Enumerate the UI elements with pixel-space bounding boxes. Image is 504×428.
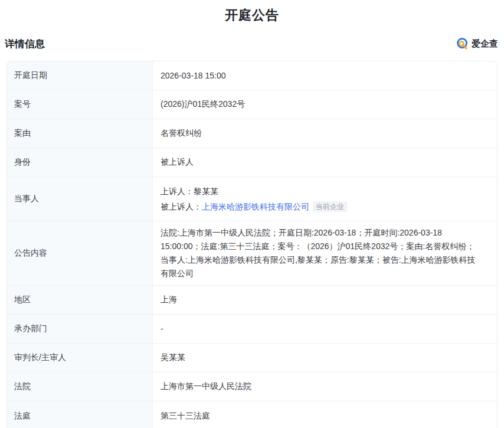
row-value: 第三十三法庭	[153, 401, 497, 428]
row-label: 法庭	[7, 401, 153, 428]
aiqicha-brand-link[interactable]: 爱企查	[456, 37, 498, 50]
announcement-text: 法院:上海市第一中级人民法院；开庭日期:2026-03-18；开庭时间:2026…	[161, 226, 483, 280]
table-row-department: 承办部门 -	[7, 315, 497, 344]
current-company-badge: 当前企业	[313, 201, 347, 212]
row-label: 身份	[7, 148, 153, 177]
table-row-cause: 案由 名誉权纠纷	[7, 119, 497, 148]
company-link[interactable]: 上海米哈游影铁科技有限公司	[202, 199, 309, 214]
table-row-judge: 审判长/主审人 吴某某	[7, 344, 497, 373]
table-row-region: 地区 上海	[7, 286, 497, 315]
appellant-line: 上诉人：黎某某	[161, 184, 347, 199]
table-row-case-number: 案号 (2026)沪01民终2032号	[7, 90, 497, 119]
section-header: 详情信息 爱企查	[5, 37, 498, 51]
table-row-court: 法院 上海市第一中级人民法院	[7, 373, 497, 401]
row-value: 被上诉人	[153, 148, 497, 177]
row-label: 案由	[7, 119, 153, 148]
aiqicha-logo-icon	[456, 37, 469, 50]
row-label: 审判长/主审人	[7, 344, 153, 372]
row-value: 名誉权纠纷	[153, 119, 497, 148]
row-value: 法院:上海市第一中级人民法院；开庭日期:2026-03-18；开庭时间:2026…	[153, 221, 497, 285]
detail-table: 开庭日期 2026-03-18 15:00 案号 (2026)沪01民终2032…	[6, 61, 498, 428]
table-row-identity: 身份 被上诉人	[7, 148, 497, 177]
appellee-line: 被上诉人： 上海米哈游影铁科技有限公司 当前企业	[161, 199, 347, 214]
aiqicha-brand-name: 爱企查	[472, 38, 498, 50]
row-value: 上海	[153, 286, 497, 314]
row-value: 吴某某	[153, 344, 497, 372]
row-label: 地区	[7, 286, 153, 314]
table-row-courtroom: 法庭 第三十三法庭	[7, 401, 497, 428]
row-value: 上诉人：黎某某 被上诉人： 上海米哈游影铁科技有限公司 当前企业	[153, 177, 497, 221]
row-label: 法院	[7, 373, 153, 401]
row-label: 当事人	[7, 177, 153, 221]
appellee-label: 被上诉人：	[161, 199, 202, 214]
table-row-parties: 当事人 上诉人：黎某某 被上诉人： 上海米哈游影铁科技有限公司 当前企业	[7, 177, 497, 221]
table-row-hearing-date: 开庭日期 2026-03-18 15:00	[7, 61, 497, 90]
page-title: 开庭公告	[0, 0, 504, 24]
row-value: -	[153, 315, 497, 343]
row-label: 开庭日期	[7, 61, 153, 90]
row-value: (2026)沪01民终2032号	[153, 90, 497, 119]
row-label: 案号	[7, 90, 153, 119]
section-title: 详情信息	[5, 37, 45, 51]
hearing-announcement-page: 开庭公告 详情信息 爱企查 开庭日期 2026-03-18 15:00 案号 (…	[0, 0, 504, 428]
table-row-announcement-content: 公告内容 法院:上海市第一中级人民法院；开庭日期:2026-03-18；开庭时间…	[7, 221, 497, 286]
row-value: 上海市第一中级人民法院	[153, 373, 497, 401]
row-value: 2026-03-18 15:00	[153, 61, 497, 90]
row-label: 公告内容	[7, 221, 153, 285]
row-label: 承办部门	[7, 315, 153, 343]
